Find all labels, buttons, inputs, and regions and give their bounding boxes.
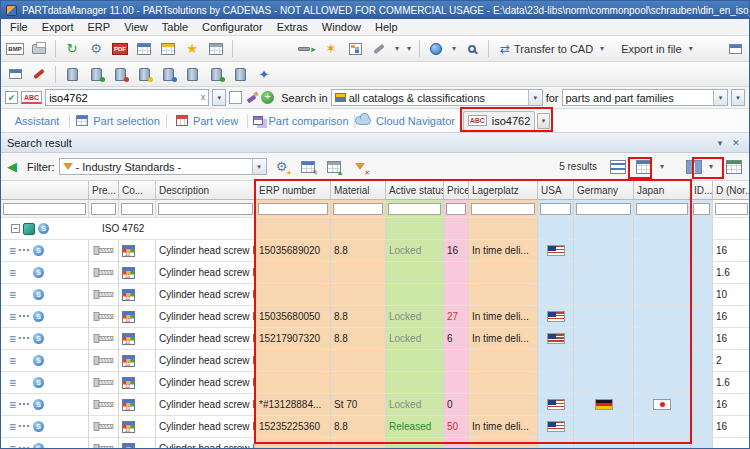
- erp-number-cell[interactable]: [256, 350, 331, 372]
- search-in-combobox[interactable]: all catalogs & classifications ▾: [331, 89, 543, 106]
- id-cell[interactable]: [691, 284, 713, 306]
- add-search-tab-button[interactable]: +: [261, 91, 274, 104]
- japan-cell[interactable]: [634, 306, 691, 328]
- tab-iso4762[interactable]: ABCiso4762: [463, 111, 535, 131]
- erp-number-cell[interactable]: [256, 438, 331, 449]
- description-cell[interactable]: Cylinder head screw ISO 4762 ...: [156, 394, 256, 416]
- column-filter-input[interactable]: [636, 203, 688, 215]
- back-icon[interactable]: ◀: [7, 159, 17, 174]
- chevron-down-icon[interactable]: ▾: [707, 162, 715, 171]
- column-filter-input[interactable]: [471, 203, 535, 215]
- germany-cell[interactable]: [574, 438, 634, 449]
- export-in-file-button[interactable]: Export in file ▾: [615, 41, 702, 57]
- view-details-button[interactable]: [609, 157, 627, 177]
- tab-part-comparison[interactable]: Part comparison: [248, 111, 354, 131]
- filter-settings-button[interactable]: ⚙★: [271, 157, 293, 177]
- table-row[interactable]: ≡ S 10 Cylinder head screw ISO 4762 ...: [1, 350, 749, 372]
- active-status-cell[interactable]: Locked: [386, 240, 444, 262]
- description-cell[interactable]: Cylinder head screw ISO 4762 ...: [156, 328, 256, 350]
- d-cell[interactable]: 16: [713, 416, 749, 438]
- erp-container-7-button[interactable]: [205, 64, 227, 84]
- row-menu-icon[interactable]: ≡: [9, 377, 16, 389]
- transfer-to-cad-button[interactable]: ⇄ Transfer to CAD ▾: [494, 40, 613, 58]
- column-filter-input[interactable]: [258, 203, 328, 215]
- print-button[interactable]: [28, 39, 50, 59]
- lagerplatz-cell[interactable]: In time deli...: [469, 306, 538, 328]
- export-table-button[interactable]: [133, 39, 155, 59]
- export-bom-button[interactable]: [157, 39, 179, 59]
- description-cell[interactable]: Cylinder head screw ISO 4762 ...: [156, 372, 256, 394]
- chevron-down-icon[interactable]: ▾: [657, 162, 667, 171]
- d-cell[interactable]: 16: [713, 394, 749, 416]
- chevron-down-icon[interactable]: ▾: [392, 44, 402, 53]
- menu-help[interactable]: Help: [368, 20, 405, 34]
- row-menu-icon[interactable]: ≡: [9, 355, 16, 367]
- id-cell[interactable]: [691, 262, 713, 284]
- d-cell[interactable]: 2: [713, 350, 749, 372]
- view-export-button[interactable]: [725, 157, 743, 177]
- lagerplatz-cell[interactable]: [469, 372, 538, 394]
- table-row[interactable]: ≡ S 10 Cylinder head screw ISO 4762 ...: [1, 262, 749, 284]
- erp-number-cell[interactable]: *#13128884...: [256, 394, 331, 416]
- tab-part-view[interactable]: Part view: [167, 111, 247, 131]
- column-header-japan[interactable]: Japan: [634, 181, 691, 200]
- japan-cell[interactable]: [634, 438, 691, 449]
- description-cell[interactable]: Cylinder head screw ISO 4762 ...: [156, 240, 256, 262]
- chevron-down-icon[interactable]: ▾: [404, 44, 414, 53]
- d-cell[interactable]: 16: [713, 306, 749, 328]
- table-row[interactable]: ≡ S 10 Cylinder head screw ISO 4762 ...: [1, 372, 749, 394]
- compare-cell[interactable]: 10: [119, 438, 156, 449]
- preview-cell[interactable]: [89, 240, 119, 262]
- lagerplatz-cell[interactable]: [469, 284, 538, 306]
- column-header-lagerplatz[interactable]: Lagerplatz: [469, 181, 538, 200]
- table-row[interactable]: ≡ S 10 Cylinder head screw ISO 4762 ...: [1, 438, 749, 449]
- material-cell[interactable]: 8.8: [331, 328, 386, 350]
- column-header-erp-number[interactable]: ERP number: [256, 181, 331, 200]
- erp-container-2-button[interactable]: [85, 64, 107, 84]
- preview-cell[interactable]: [89, 416, 119, 438]
- expander-icon[interactable]: −: [11, 224, 20, 233]
- id-cell[interactable]: [691, 372, 713, 394]
- search-help-button[interactable]: [461, 39, 483, 59]
- material-cell[interactable]: [331, 438, 386, 449]
- description-cell[interactable]: Cylinder head screw ISO 4762 ...: [156, 306, 256, 328]
- preview-cell[interactable]: [89, 284, 119, 306]
- table-row[interactable]: ≡ S 10 Cylinder head screw ISO 4762 ... …: [1, 416, 749, 438]
- column-filter-input[interactable]: [388, 203, 441, 215]
- column-header-compare[interactable]: Co...: [119, 181, 156, 200]
- settings-button[interactable]: ⚙: [85, 39, 107, 59]
- active-status-cell[interactable]: Locked: [386, 328, 444, 350]
- erp-number-cell[interactable]: 15035689020: [256, 240, 331, 262]
- material-cell[interactable]: [331, 350, 386, 372]
- refresh-button[interactable]: ↻: [61, 39, 83, 59]
- menu-export[interactable]: Export: [35, 20, 81, 34]
- repair-button[interactable]: [28, 64, 50, 84]
- lagerplatz-cell[interactable]: [469, 438, 538, 449]
- preview-cell[interactable]: [89, 262, 119, 284]
- japan-cell[interactable]: [634, 372, 691, 394]
- germany-cell[interactable]: [574, 416, 634, 438]
- description-cell[interactable]: Cylinder head screw ISO 4762 ...: [156, 438, 256, 449]
- highlight-button[interactable]: ✦: [253, 64, 275, 84]
- description-cell[interactable]: Cylinder head screw ISO 4762 ...: [156, 350, 256, 372]
- table-row[interactable]: ≡ S 10 Cylinder head screw ISO 4762 ...: [1, 284, 749, 306]
- chevron-down-icon[interactable]: ▾: [449, 44, 459, 53]
- d-cell[interactable]: 1.6: [713, 262, 749, 284]
- compare-cell[interactable]: 10: [119, 394, 156, 416]
- compare-cell[interactable]: 10: [119, 416, 156, 438]
- row-menu-icon[interactable]: ≡: [9, 289, 16, 301]
- id-cell[interactable]: [691, 240, 713, 262]
- column-header-material[interactable]: Material: [331, 181, 386, 200]
- preview-cell[interactable]: [89, 438, 119, 449]
- japan-cell[interactable]: [634, 240, 691, 262]
- search-input[interactable]: [46, 92, 198, 104]
- germany-cell[interactable]: [574, 350, 634, 372]
- export-bmp-button[interactable]: BMP: [4, 39, 26, 59]
- column-filter-input[interactable]: [540, 203, 571, 215]
- active-status-cell[interactable]: [386, 372, 444, 394]
- material-cell[interactable]: 8.8: [331, 416, 386, 438]
- germany-cell[interactable]: [574, 328, 634, 350]
- price-cell[interactable]: [444, 372, 469, 394]
- filter-edit-button[interactable]: ✎: [297, 157, 319, 177]
- erp-container-4-button[interactable]: [133, 64, 155, 84]
